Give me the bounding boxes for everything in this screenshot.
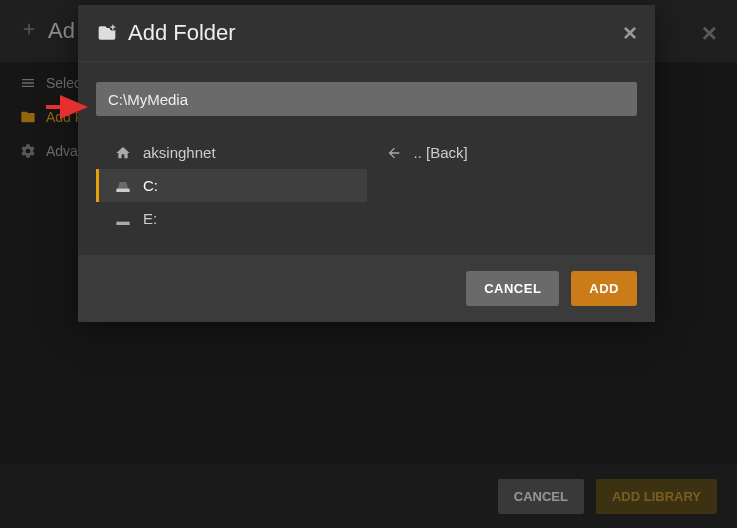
drive-icon — [115, 178, 131, 194]
bg-sidebar: Selec Add F Adva — [20, 75, 83, 177]
bg-select-type[interactable]: Selec — [20, 75, 83, 91]
folder-item-label: E: — [143, 210, 157, 227]
bg-advanced[interactable]: Adva — [20, 143, 83, 159]
modal-body: aksinghnet C: E: — [78, 62, 655, 255]
cancel-button[interactable]: CANCEL — [466, 271, 559, 306]
modal-header: Add Folder × — [78, 5, 655, 62]
add-folder-modal: Add Folder × aksinghnet C: — [78, 5, 655, 322]
path-input[interactable] — [96, 82, 637, 116]
bg-footer: CANCEL ADD LIBRARY — [0, 464, 737, 528]
folder-item-label: .. [Back] — [414, 144, 468, 161]
drive-icon — [115, 211, 131, 227]
bg-add-library-button[interactable]: ADD LIBRARY — [596, 479, 717, 514]
back-arrow-icon — [386, 145, 402, 161]
folder-item-label: C: — [143, 177, 158, 194]
modal-footer: CANCEL ADD — [78, 255, 655, 322]
bg-title: Ad — [48, 18, 75, 44]
folder-item-home[interactable]: aksinghnet — [96, 136, 367, 169]
close-icon[interactable]: × — [623, 19, 637, 47]
folder-add-icon — [96, 23, 118, 43]
folder-item-label: aksinghnet — [143, 144, 216, 161]
bg-cancel-button[interactable]: CANCEL — [498, 479, 584, 514]
modal-title: Add Folder — [128, 20, 236, 46]
folder-item-back[interactable]: .. [Back] — [367, 136, 638, 169]
bg-close-icon[interactable]: × — [702, 18, 717, 49]
folder-item-c-drive[interactable]: C: — [96, 169, 367, 202]
bg-advanced-label: Adva — [46, 143, 78, 159]
folder-item-e-drive[interactable]: E: — [96, 202, 367, 235]
bg-add-folders[interactable]: Add F — [20, 109, 83, 125]
home-icon — [115, 145, 131, 161]
add-button[interactable]: ADD — [571, 271, 637, 306]
plus-icon — [20, 20, 38, 43]
bg-select-label: Selec — [46, 75, 81, 91]
folder-list: aksinghnet C: E: — [96, 136, 637, 235]
